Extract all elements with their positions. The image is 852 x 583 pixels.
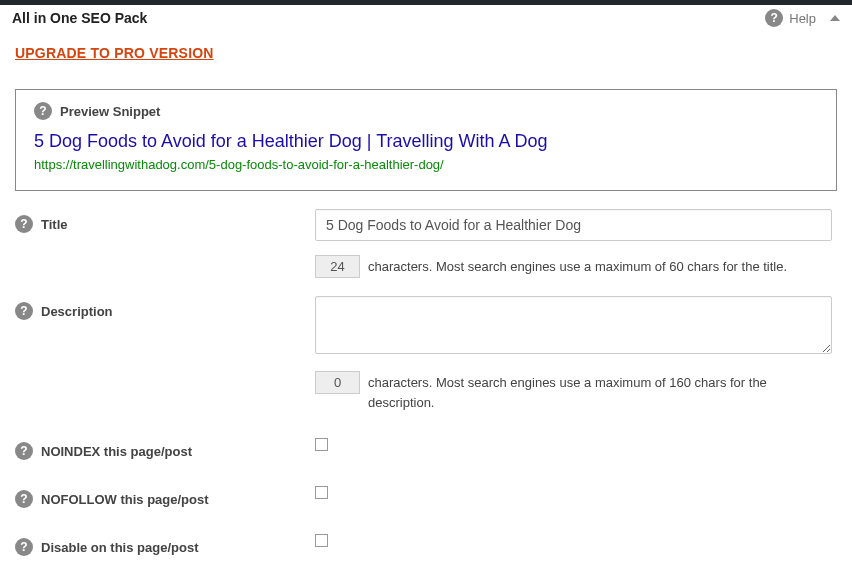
preview-snippet-header: ? Preview Snippet: [34, 102, 818, 120]
title-hint: characters. Most search engines use a ma…: [368, 257, 787, 277]
question-icon[interactable]: ?: [15, 442, 33, 460]
description-char-count: 0: [315, 371, 360, 394]
upgrade-link[interactable]: UPGRADE TO PRO VERSION: [15, 45, 214, 61]
help-link[interactable]: ? Help: [765, 9, 840, 27]
preview-snippet-box: ? Preview Snippet 5 Dog Foods to Avoid f…: [15, 89, 837, 191]
disable-checkbox[interactable]: [315, 534, 328, 547]
nofollow-label: NOFOLLOW this page/post: [41, 492, 209, 507]
title-row: ? Title 24 characters. Most search engin…: [15, 209, 837, 278]
description-hint: characters. Most search engines use a ma…: [368, 373, 808, 412]
preview-url: https://travellingwithadog.com/5-dog-foo…: [34, 157, 818, 172]
question-icon[interactable]: ?: [15, 302, 33, 320]
question-icon[interactable]: ?: [34, 102, 52, 120]
noindex-row: ? NOINDEX this page/post: [15, 436, 837, 460]
help-text: Help: [789, 11, 816, 26]
description-row: ? Description 0 characters. Most search …: [15, 296, 837, 412]
collapse-icon[interactable]: [830, 15, 840, 21]
title-input[interactable]: [315, 209, 832, 241]
seo-panel: All in One SEO Pack ? Help UPGRADE TO PR…: [0, 5, 852, 583]
preview-label: Preview Snippet: [60, 104, 160, 119]
panel-content: UPGRADE TO PRO VERSION ? Preview Snippet…: [0, 35, 852, 583]
nofollow-row: ? NOFOLLOW this page/post: [15, 484, 837, 508]
noindex-checkbox[interactable]: [315, 438, 328, 451]
question-icon[interactable]: ?: [15, 490, 33, 508]
disable-row: ? Disable on this page/post: [15, 532, 837, 556]
question-icon[interactable]: ?: [15, 538, 33, 556]
title-label: Title: [41, 217, 68, 232]
settings-form: ? Title 24 characters. Most search engin…: [15, 209, 837, 556]
disable-label: Disable on this page/post: [41, 540, 198, 555]
panel-header: All in One SEO Pack ? Help: [0, 5, 852, 35]
title-char-count: 24: [315, 255, 360, 278]
preview-title: 5 Dog Foods to Avoid for a Healthier Dog…: [34, 130, 554, 153]
noindex-label: NOINDEX this page/post: [41, 444, 192, 459]
nofollow-checkbox[interactable]: [315, 486, 328, 499]
description-label: Description: [41, 304, 113, 319]
question-icon: ?: [765, 9, 783, 27]
question-icon[interactable]: ?: [15, 215, 33, 233]
description-input[interactable]: [315, 296, 832, 354]
panel-title: All in One SEO Pack: [12, 10, 147, 26]
